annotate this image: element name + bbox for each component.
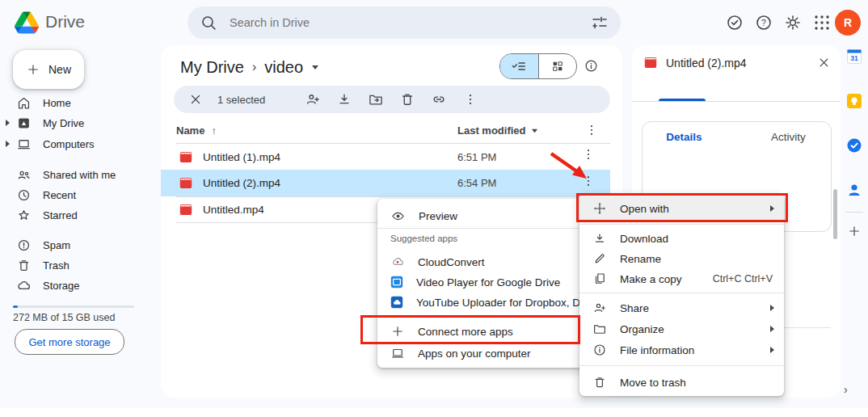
window-bottom-edge <box>0 408 868 417</box>
hide-side-panel-chevron-icon[interactable]: › <box>844 383 848 396</box>
video-file-icon <box>179 204 192 216</box>
search-filters-icon[interactable] <box>590 13 609 32</box>
column-more-icon[interactable] <box>584 123 599 137</box>
submenu-arrow-icon <box>770 347 774 353</box>
close-icon[interactable] <box>817 56 831 70</box>
video-file-icon <box>179 151 192 163</box>
get-more-storage-button[interactable]: Get more storage <box>15 329 124 355</box>
home-icon <box>16 95 32 111</box>
search-input[interactable] <box>228 15 590 30</box>
copy-icon <box>592 272 607 286</box>
keep-icon[interactable] <box>846 93 862 109</box>
breadcrumb: My Drive › video <box>180 55 319 79</box>
sidebar-item-computers[interactable]: Computers <box>0 133 155 154</box>
offline-status-icon[interactable] <box>725 13 744 32</box>
sidebar-item-my-drive[interactable]: My Drive <box>0 112 155 133</box>
selection-toolbar: 1 selected <box>174 86 610 113</box>
drive-logo-icon[interactable] <box>15 11 39 35</box>
menu-item-download[interactable]: Download <box>579 228 784 249</box>
more-actions-icon[interactable] <box>457 90 484 109</box>
view-toggle <box>499 53 577 79</box>
divider <box>632 101 841 102</box>
column-header-name[interactable]: Name ↑ <box>176 124 217 137</box>
details-title: Untitled (2).mp4 <box>666 57 808 70</box>
selected-count: 1 selected <box>217 94 265 106</box>
sort-ascending-icon: ↑ <box>211 124 217 137</box>
my-drive-icon <box>16 116 32 131</box>
sidebar-item-home[interactable]: Home <box>0 92 155 113</box>
file-context-menu: Open with Download Rename Make a copy Ct… <box>579 194 784 396</box>
video-file-icon <box>644 57 657 69</box>
list-view-button[interactable] <box>500 54 539 78</box>
shortcut-label: Ctrl+C Ctrl+V <box>713 273 773 284</box>
grid-view-button[interactable] <box>539 54 577 78</box>
calendar-icon[interactable]: 31 <box>846 48 862 65</box>
laptop-icon <box>390 346 405 360</box>
divider <box>579 224 784 225</box>
google-drive-window: Drive ? R New <box>0 0 868 417</box>
sidebar-item-shared-with-me[interactable]: Shared with me <box>0 164 155 185</box>
sidebar-item-recent[interactable]: Recent <box>0 184 155 205</box>
file-modified-time: 6:54 PM <box>457 177 496 189</box>
search-bar[interactable] <box>188 6 621 39</box>
move-to-folder-icon[interactable] <box>362 90 390 109</box>
submenu-arrow-icon <box>770 326 774 332</box>
clear-selection-button[interactable] <box>182 90 209 109</box>
details-info-icon[interactable] <box>584 58 599 74</box>
suggested-apps-label: Suggested apps <box>390 234 457 243</box>
sidebar-item-trash[interactable]: Trash <box>0 255 155 276</box>
trash-icon <box>592 375 607 390</box>
menu-item-move-to-trash[interactable]: Move to trash <box>579 372 784 393</box>
laptop-icon <box>16 137 32 152</box>
annotation-box-open-with <box>576 193 788 222</box>
apps-grid-icon[interactable] <box>812 13 832 32</box>
sidebar-item-spam[interactable]: Spam <box>0 234 155 255</box>
file-name: Untitled.mp4 <box>203 204 264 216</box>
column-header-modified[interactable]: Last modified <box>457 124 538 137</box>
help-icon[interactable]: ? <box>754 13 773 32</box>
tasks-icon[interactable] <box>846 137 862 154</box>
trash-icon[interactable] <box>394 90 421 109</box>
svg-text:31: 31 <box>850 54 858 62</box>
new-button[interactable]: New <box>13 50 84 89</box>
video-player-app-icon <box>390 276 403 289</box>
storage-usage-text: 272 MB of 15 GB used <box>13 312 115 323</box>
download-icon[interactable] <box>331 90 358 109</box>
menu-item-organize[interactable]: Organize <box>579 318 784 339</box>
add-side-panel-app-icon[interactable] <box>847 224 862 238</box>
sidebar-item-starred[interactable]: Starred <box>0 204 155 225</box>
sort-dropdown-icon <box>531 127 538 134</box>
breadcrumb-current-folder[interactable]: video <box>264 58 303 77</box>
contacts-icon[interactable] <box>846 182 862 198</box>
annotation-arrow <box>540 147 593 187</box>
people-icon <box>16 167 32 183</box>
spam-icon <box>16 238 32 253</box>
search-icon <box>199 13 218 32</box>
video-file-icon <box>179 177 192 189</box>
settings-gear-icon[interactable] <box>783 13 803 32</box>
app-title: Drive <box>45 12 85 32</box>
copy-link-icon[interactable] <box>425 90 453 109</box>
cloudconvert-icon <box>390 255 405 269</box>
avatar[interactable]: R <box>835 10 861 36</box>
cloud-icon <box>16 278 32 293</box>
rename-pencil-icon <box>592 251 607 266</box>
star-icon <box>16 208 32 223</box>
divider <box>579 293 784 293</box>
clock-icon <box>16 187 32 203</box>
sidebar-item-storage[interactable]: Storage <box>0 275 155 296</box>
share-person-add-icon <box>592 301 607 315</box>
storage-progress-fill <box>13 305 18 308</box>
menu-item-make-a-copy[interactable]: Make a copy Ctrl+C Ctrl+V <box>579 268 784 289</box>
divider <box>579 365 784 366</box>
menu-item-share[interactable]: Share <box>579 297 784 318</box>
folder-dropdown-icon[interactable] <box>311 63 319 71</box>
breadcrumb-my-drive[interactable]: My Drive <box>180 58 244 77</box>
file-modified-time: 6:51 PM <box>457 151 496 163</box>
menu-item-file-information[interactable]: File information <box>579 339 784 360</box>
menu-item-rename[interactable]: Rename <box>579 248 784 269</box>
details-scrollbar[interactable] <box>833 189 837 239</box>
list-view-check-icon <box>510 59 528 74</box>
share-icon[interactable] <box>299 90 327 109</box>
eye-icon <box>390 208 406 224</box>
